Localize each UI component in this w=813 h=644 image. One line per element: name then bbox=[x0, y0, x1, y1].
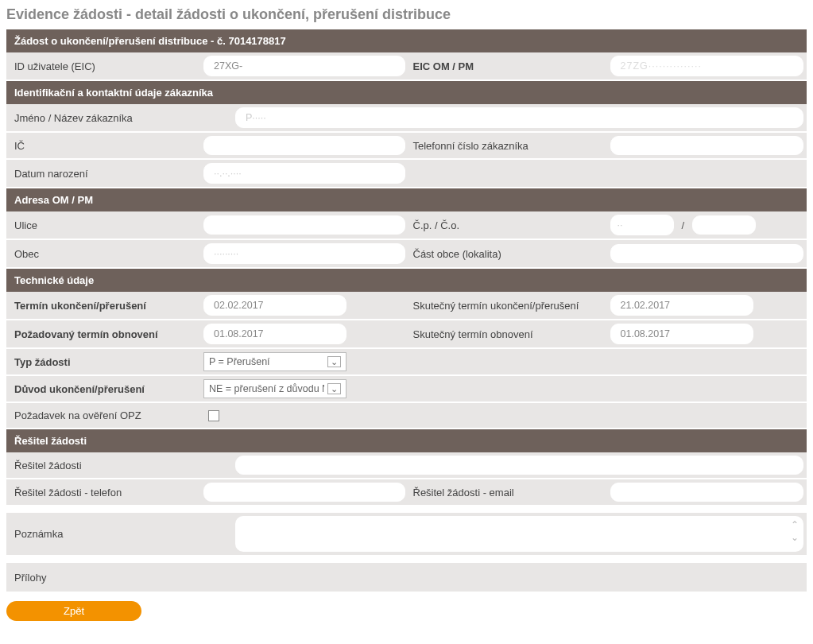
label-customer-name: Jméno / Název zákazníka bbox=[10, 109, 232, 127]
label-opz: Požadavek na ověření OPZ bbox=[10, 406, 200, 425]
label-id-user: ID uživatele (EIC) bbox=[10, 57, 200, 76]
label-reason: Důvod ukončení/přerušení bbox=[10, 380, 200, 398]
input-city-part bbox=[610, 244, 804, 263]
label-attachments: Přílohy bbox=[10, 568, 232, 587]
select-reason[interactable]: NE = přerušení z důvodu NEplac ⌄ bbox=[203, 379, 346, 398]
input-dob: ··.··.···· bbox=[203, 163, 405, 184]
section-header-request: Žádost o ukončení/přerušení distribuce -… bbox=[6, 29, 807, 52]
label-req-type: Typ žádosti bbox=[10, 353, 200, 371]
input-term: 02.02.2017 bbox=[203, 295, 346, 316]
select-reason-value: NE = přerušení z důvodu NEplac bbox=[209, 383, 324, 394]
label-city-part: Část obce (lokalita) bbox=[408, 245, 607, 263]
input-req-renew: 01.08.2017 bbox=[203, 324, 346, 344]
label-ico: IČ bbox=[10, 137, 200, 155]
chevron-down-icon: ⌄ bbox=[327, 356, 341, 367]
chevron-down-icon: ⌄ bbox=[327, 383, 341, 394]
label-note: Poznámka bbox=[10, 516, 232, 552]
label-real-renew: Skutečný termín obnovení bbox=[408, 325, 607, 343]
input-cp: ·· bbox=[610, 215, 674, 235]
input-solver-email bbox=[610, 483, 804, 502]
input-real-term: 21.02.2017 bbox=[610, 295, 753, 316]
input-solver-phone bbox=[203, 483, 405, 502]
input-solver bbox=[235, 456, 803, 475]
input-id-user: 27XG- bbox=[203, 56, 405, 76]
input-ico bbox=[203, 136, 405, 155]
label-city: Obec bbox=[10, 245, 200, 263]
label-dob: Datum narození bbox=[10, 165, 200, 183]
input-customer-name: P····· bbox=[235, 107, 803, 128]
label-req-renew: Požadovaný termín obnovení bbox=[10, 325, 200, 343]
section-header-solver: Řešitel žádosti bbox=[6, 429, 807, 452]
label-term: Termín ukončení/přerušení bbox=[10, 297, 200, 315]
input-real-renew: 01.08.2017 bbox=[610, 324, 753, 344]
select-req-type-value: P = Přerušení bbox=[209, 356, 270, 367]
input-street bbox=[203, 215, 405, 235]
input-city: ········· bbox=[203, 243, 405, 264]
back-button[interactable]: Zpět bbox=[6, 601, 141, 621]
slash-separator: / bbox=[679, 219, 688, 231]
input-co bbox=[692, 215, 756, 235]
label-cp: Č.p. / Č.o. bbox=[408, 216, 607, 235]
label-real-term: Skutečný termín ukončení/přerušení bbox=[408, 297, 607, 315]
label-phone: Telefonní číslo zákazníka bbox=[408, 137, 607, 155]
chevron-down-icon: ⌄ bbox=[791, 532, 799, 543]
section-header-contact: Identifikační a kontaktní údaje zákazník… bbox=[6, 81, 807, 104]
section-header-address: Adresa OM / PM bbox=[6, 188, 807, 211]
input-eic: 27ZG··············· bbox=[610, 56, 804, 76]
section-header-tech: Technické údaje bbox=[6, 269, 807, 292]
label-solver-email: Řešitel žádosti - email bbox=[408, 483, 607, 502]
checkbox-opz[interactable] bbox=[208, 410, 219, 421]
label-solver: Řešitel žádosti bbox=[10, 456, 232, 475]
label-solver-phone: Řešitel žádosti - telefon bbox=[10, 483, 200, 502]
label-eic: EIC OM / PM bbox=[408, 57, 607, 76]
label-street: Ulice bbox=[10, 216, 200, 235]
select-req-type[interactable]: P = Přerušení ⌄ bbox=[203, 352, 346, 371]
chevron-up-icon: ⌃ bbox=[791, 519, 799, 530]
input-phone bbox=[610, 136, 804, 155]
textarea-note[interactable]: ⌃ ⌄ bbox=[235, 516, 803, 552]
page-title: Evidence žádosti - detail žádosti o ukon… bbox=[6, 6, 807, 23]
